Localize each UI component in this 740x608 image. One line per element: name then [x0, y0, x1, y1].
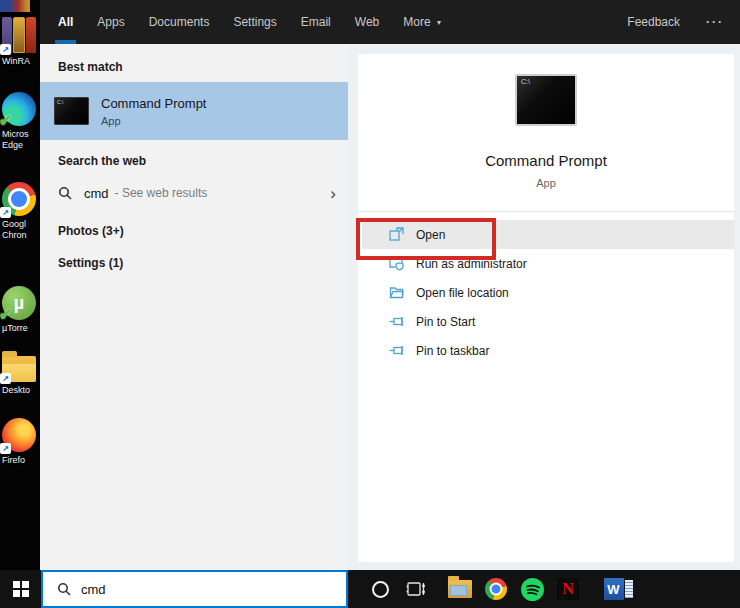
desktop-item-label: Firefo	[2, 455, 40, 466]
action-pin-to-start[interactable]: Pin to Start	[362, 307, 734, 336]
desktop-item-desktop-folder[interactable]: ↗ Deskto	[0, 348, 40, 396]
search-flyout: All Apps Documents Settings Email Web Mo…	[40, 0, 740, 570]
preview-subtitle: App	[358, 177, 734, 189]
desktop-strip: ↗ WinRA ✔ Micros Edge ↗ Googl Chron µ ✔ …	[0, 0, 40, 570]
web-search-result[interactable]: cmd - See web results ›	[40, 178, 348, 208]
best-match-header: Best match	[40, 52, 348, 82]
action-list: Open Run as administrator	[358, 220, 734, 365]
tab-documents[interactable]: Documents	[149, 0, 210, 44]
search-filter-bar: All Apps Documents Settings Email Web Mo…	[40, 0, 740, 44]
command-prompt-icon	[515, 74, 577, 126]
desktop-item-label: Micros Edge	[2, 129, 40, 151]
shortcut-arrow-icon: ↗	[0, 207, 11, 218]
tab-web[interactable]: Web	[355, 0, 379, 44]
desktop-item-utorrent[interactable]: µ ✔ µTorre	[0, 286, 40, 334]
action-label: Open file location	[416, 286, 509, 300]
preview-card: Command Prompt App Open	[358, 54, 734, 562]
chevron-down-icon: ▼	[436, 19, 443, 26]
tab-label: Email	[301, 15, 331, 29]
shortcut-arrow-icon: ↗	[0, 443, 11, 454]
active-tab-underline	[55, 40, 76, 44]
preview-title: Command Prompt	[358, 152, 734, 169]
cortana-icon	[372, 581, 389, 598]
check-overlay-icon: ✔	[0, 111, 12, 130]
action-open-file-location[interactable]: Open file location	[362, 278, 734, 307]
partial-icon	[0, 0, 30, 12]
desktop-item-chrome[interactable]: ↗ Googl Chron	[0, 182, 40, 241]
chrome-button[interactable]	[478, 570, 514, 608]
web-suffix-text: - See web results	[115, 186, 208, 200]
chevron-right-icon[interactable]: ›	[330, 185, 336, 202]
web-query-text: cmd	[84, 186, 109, 201]
pin-icon	[388, 343, 404, 359]
spotify-button[interactable]	[514, 570, 550, 608]
divider	[358, 211, 734, 212]
file-explorer-icon	[448, 580, 472, 598]
tab-label: Web	[355, 15, 379, 29]
taskbar-search-box[interactable]	[41, 570, 348, 608]
search-icon	[57, 582, 71, 596]
preview-panel: Command Prompt App Open	[348, 44, 740, 570]
desktop-item-label: Googl Chron	[2, 219, 40, 241]
run-as-admin-icon	[388, 256, 404, 272]
action-open[interactable]: Open	[362, 220, 734, 249]
desktop-item-label: µTorre	[2, 323, 40, 334]
desktop-item-firefox[interactable]: ↗ Firefo	[0, 418, 40, 466]
file-explorer-button[interactable]	[442, 570, 478, 608]
netflix-button[interactable]: N	[550, 570, 586, 608]
result-title: Command Prompt	[101, 96, 206, 111]
netflix-icon: N	[557, 578, 579, 600]
task-view-button[interactable]	[398, 570, 434, 608]
desktop-item-label: Deskto	[2, 385, 40, 396]
results-panel: Best match Command Prompt App Search the…	[40, 44, 348, 570]
cortana-button[interactable]	[362, 570, 398, 608]
tab-label: Documents	[149, 15, 210, 29]
best-match-result[interactable]: Command Prompt App	[40, 82, 348, 140]
action-run-as-admin[interactable]: Run as administrator	[362, 249, 734, 278]
search-input[interactable]	[81, 582, 301, 597]
desktop-item-label: WinRA	[2, 56, 40, 67]
shortcut-arrow-icon: ↗	[0, 373, 11, 384]
pin-icon	[388, 314, 404, 330]
action-label: Run as administrator	[416, 257, 527, 271]
taskbar: N W	[0, 570, 740, 608]
more-options-icon[interactable]: ···	[706, 15, 724, 29]
settings-group-header[interactable]: Settings (1)	[40, 248, 348, 278]
action-label: Pin to Start	[416, 315, 475, 329]
spotify-icon	[521, 578, 544, 601]
word-icon: W	[604, 578, 633, 600]
open-icon	[388, 227, 404, 243]
tab-label: Settings	[233, 15, 276, 29]
chrome-icon	[485, 578, 507, 600]
check-overlay-icon: ✔	[0, 305, 12, 324]
desktop-icon-fragment	[0, 0, 40, 12]
open-file-location-icon	[388, 285, 404, 301]
action-label: Open	[416, 228, 445, 242]
result-subtitle: App	[101, 115, 206, 127]
feedback-link[interactable]: Feedback	[627, 15, 680, 29]
shortcut-arrow-icon: ↗	[0, 44, 11, 55]
desktop-item-edge[interactable]: ✔ Micros Edge	[0, 92, 40, 151]
word-button[interactable]: W	[600, 570, 636, 608]
action-pin-to-taskbar[interactable]: Pin to taskbar	[362, 336, 734, 365]
action-label: Pin to taskbar	[416, 344, 489, 358]
search-icon	[58, 186, 72, 200]
windows-logo-icon	[13, 581, 29, 597]
tab-apps[interactable]: Apps	[97, 0, 124, 44]
desktop-item-winrar[interactable]: ↗ WinRA	[0, 17, 40, 67]
tab-settings[interactable]: Settings	[233, 0, 276, 44]
search-web-header: Search the web	[40, 146, 348, 176]
tab-label: All	[58, 15, 73, 29]
tab-email[interactable]: Email	[301, 0, 331, 44]
task-view-icon	[406, 580, 426, 598]
tab-label: Apps	[97, 15, 124, 29]
start-button[interactable]	[0, 570, 41, 608]
tab-label: More	[403, 15, 430, 29]
tab-all[interactable]: All	[58, 0, 73, 44]
photos-group-header[interactable]: Photos (3+)	[40, 216, 348, 246]
command-prompt-icon	[54, 97, 89, 125]
tab-more[interactable]: More ▼	[403, 0, 442, 44]
